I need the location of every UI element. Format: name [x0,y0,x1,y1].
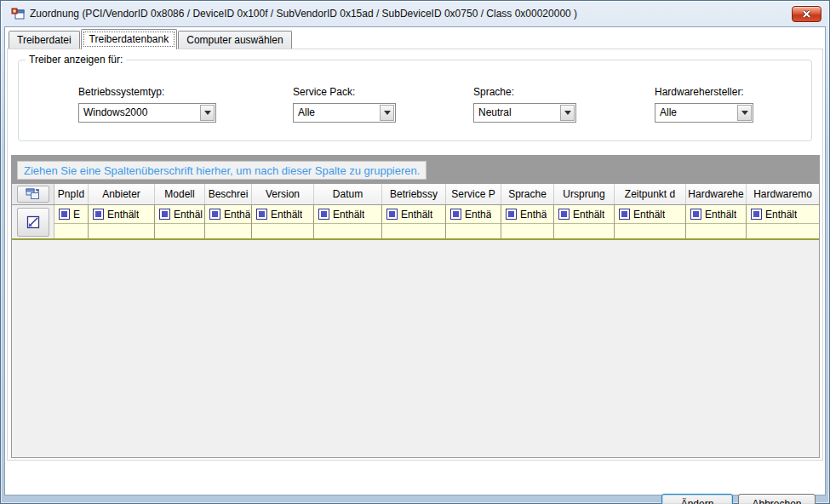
filter-operator-icon [318,209,329,220]
caret-down-icon [384,111,391,115]
filter-cell: Enthält [89,205,155,238]
grid-header-row: PnpId Anbieter Modell Beschrei Version D… [12,184,819,205]
clear-filter-button[interactable] [17,208,49,237]
filter-operator-icon [751,209,762,220]
column-header[interactable]: Hardwarehe [686,184,747,204]
filter-operator-button[interactable]: Enthäl [155,205,204,224]
dropdown-button[interactable] [560,105,575,121]
change-button[interactable]: Ändern [661,494,733,504]
band-selector-button[interactable] [17,186,49,203]
filter-operator-button[interactable]: Enthält [554,205,614,224]
column-header[interactable]: PnpId [54,184,89,204]
filter-operator-button[interactable]: Enthält [314,205,381,224]
combo-value: Alle [295,105,380,121]
filter-value-input[interactable] [155,224,204,238]
combo-value: Alle [656,105,737,121]
hardware-vendor-field: Hardwarehersteller: Alle [655,86,753,123]
filter-value-input[interactable] [747,224,819,238]
column-header[interactable]: Modell [155,184,205,204]
language-field: Sprache: Neutral [473,86,576,123]
filter-value-input[interactable] [252,224,313,238]
dialog-client-area: Treiberdatei Treiberdatenbank Computer a… [4,26,826,495]
tab-computer-auswaehlen[interactable]: Computer auswählen [178,31,291,49]
filter-operator-icon [209,209,220,220]
column-header[interactable]: Service P [446,184,501,204]
filter-operator-button[interactable]: Enthä [446,205,501,224]
grouping-panels-icon [26,188,40,200]
dropdown-button[interactable] [200,105,215,121]
window-title: Zuordnung (PCI/VendorID 0x8086 / DeviceI… [30,8,577,20]
dropdown-button[interactable] [380,105,394,121]
filter-cell: Enthält [382,205,446,238]
filter-operator-icon [59,209,70,220]
filter-operator-button[interactable]: Enthält [252,205,313,224]
app-icon [11,7,25,20]
filter-operator-button[interactable]: E [54,205,88,224]
filter-value-input[interactable] [686,224,746,238]
filter-operator-icon [558,209,570,220]
filter-operator-icon [690,209,701,220]
column-header[interactable]: Version [252,184,314,204]
filter-value-input[interactable] [89,224,154,238]
language-label: Sprache: [473,86,576,98]
driver-filter-groupbox: Treiber anzeigen für: Betriebssystemtyp:… [18,60,812,141]
combo-value: Neutral [475,105,560,121]
filter-operator-button[interactable]: Enthält [615,205,685,224]
filter-value-input[interactable] [446,224,501,238]
filter-operator-button[interactable]: Enthä [205,205,251,224]
filter-operator-button[interactable]: Enthält [747,205,819,224]
tabstrip: Treiberdatei Treiberdatenbank Computer a… [9,28,293,49]
service-pack-combobox[interactable]: Alle [293,103,396,123]
groupbox-label: Treiber anzeigen für: [26,54,126,66]
column-header[interactable]: Zeitpunkt d [615,184,686,204]
os-type-combobox[interactable]: Windows2000 [78,103,216,123]
filter-value-input[interactable] [314,224,381,238]
cancel-button[interactable]: Abbrechen [738,494,816,504]
tab-treiberdatei[interactable]: Treiberdatei [9,31,80,49]
hardware-vendor-combobox[interactable]: Alle [655,103,753,123]
filter-operator-button[interactable]: Enthä [501,205,553,224]
tab-treiberdatenbank[interactable]: Treiberdatenbank [81,29,178,49]
filter-operator-icon [256,209,267,220]
driver-database-grid: Ziehen Sie eine Spaltenüberschrift hierh… [11,155,820,458]
filter-value-input[interactable] [554,224,614,238]
close-button[interactable] [792,6,821,22]
filter-operator-button[interactable]: Enthält [89,205,154,224]
column-header[interactable]: Sprache [501,184,554,204]
groupby-drop-bar[interactable]: Ziehen Sie eine Spaltenüberschrift hierh… [12,156,819,184]
os-type-field: Betriebssystemtyp: Windows2000 [78,86,216,123]
column-header[interactable]: Ursprung [554,184,615,204]
filter-value-input[interactable] [501,224,553,238]
language-combobox[interactable]: Neutral [473,103,576,123]
filter-cell: Enthält [314,205,382,238]
groupby-hint: Ziehen Sie eine Spaltenüberschrift hierh… [17,161,426,180]
filter-operator-button[interactable]: Enthält [382,205,445,224]
dropdown-button[interactable] [737,105,752,121]
column-header[interactable]: Hardwaremo [747,184,819,204]
column-header[interactable]: Anbieter [89,184,155,204]
filter-operator-button[interactable]: Enthält [686,205,746,224]
filter-value-input[interactable] [205,224,251,238]
filter-operator-icon [450,209,461,220]
filter-operator-icon [159,209,170,220]
filter-value-input[interactable] [54,224,88,238]
filter-cell: Enthält [554,205,615,238]
close-icon [802,10,811,18]
column-header[interactable]: Beschrei [205,184,252,204]
caret-down-icon [564,111,571,115]
filter-operator-icon [619,209,630,220]
filter-cell: Enthä [205,205,252,238]
service-pack-label: Service Pack: [293,86,396,98]
filter-cell: Enthält [686,205,747,238]
filter-cell: Enthä [501,205,554,238]
dialog-window: Zuordnung (PCI/VendorID 0x8086 / DeviceI… [0,0,830,504]
column-header[interactable]: Datum [314,184,382,204]
grid-filter-row: E Enthält Enthäl [12,205,819,240]
tabpage-treiberdatenbank: Treiber anzeigen für: Betriebssystemtyp:… [7,49,823,461]
column-header[interactable]: Betriebssy [382,184,446,204]
filter-value-input[interactable] [615,224,685,238]
filter-operator-icon [386,209,398,220]
clear-filter-icon [26,215,40,229]
caret-down-icon [204,111,211,115]
filter-value-input[interactable] [382,224,445,238]
